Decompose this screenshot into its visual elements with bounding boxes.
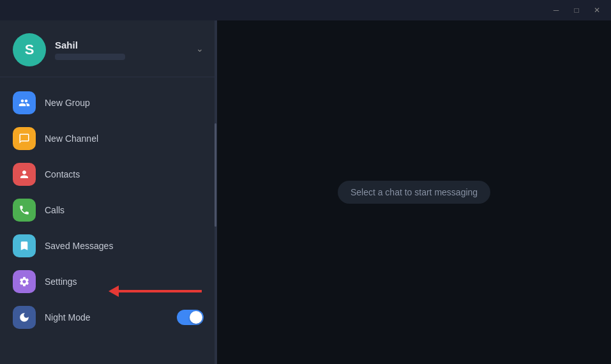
night-mode-toggle[interactable] bbox=[177, 310, 204, 325]
arrow-head bbox=[109, 285, 119, 297]
sidebar-item-night-mode[interactable]: Night Mode bbox=[0, 300, 216, 335]
close-button[interactable]: ✕ bbox=[588, 3, 606, 17]
app-container: S Sahil ⌄ New Group bbox=[0, 20, 611, 364]
saved-messages-label: Saved Messages bbox=[45, 241, 204, 251]
user-info: Sahil bbox=[55, 40, 204, 60]
user-profile[interactable]: S Sahil ⌄ bbox=[0, 20, 216, 77]
calls-label: Calls bbox=[45, 205, 204, 215]
menu-list: New Group New Channel Contacts bbox=[0, 82, 216, 364]
sidebar: S Sahil ⌄ New Group bbox=[0, 20, 217, 364]
chevron-down-icon[interactable]: ⌄ bbox=[196, 43, 204, 54]
avatar: S bbox=[13, 33, 46, 66]
new-group-label: New Group bbox=[45, 98, 204, 108]
calls-icon bbox=[13, 199, 36, 222]
placeholder-message: Select a chat to start messaging bbox=[338, 181, 490, 204]
sidebar-item-new-channel[interactable]: New Channel bbox=[0, 121, 216, 156]
user-name: Sahil bbox=[55, 40, 204, 50]
sidebar-scrollbar[interactable] bbox=[215, 20, 216, 364]
sidebar-item-new-group[interactable]: New Group bbox=[0, 85, 216, 121]
sidebar-item-contacts[interactable]: Contacts bbox=[0, 156, 216, 192]
saved-messages-icon bbox=[13, 234, 36, 257]
new-group-icon bbox=[13, 91, 36, 114]
contacts-icon bbox=[13, 163, 36, 186]
user-status bbox=[55, 54, 125, 60]
maximize-button[interactable]: □ bbox=[568, 3, 585, 17]
night-mode-icon bbox=[13, 306, 36, 329]
arrow-indicator bbox=[109, 285, 202, 297]
minimize-button[interactable]: ─ bbox=[547, 3, 565, 17]
titlebar: ─ □ ✕ bbox=[0, 0, 611, 20]
new-channel-icon bbox=[13, 127, 36, 150]
sidebar-item-saved-messages[interactable]: Saved Messages bbox=[0, 228, 216, 264]
contacts-label: Contacts bbox=[45, 169, 204, 179]
divider bbox=[0, 77, 216, 77]
arrow-shaft bbox=[119, 290, 202, 292]
main-content: Select a chat to start messaging bbox=[217, 20, 611, 364]
night-mode-label: Night Mode bbox=[45, 312, 168, 322]
settings-icon bbox=[13, 270, 36, 293]
toggle-knob bbox=[190, 311, 202, 324]
new-channel-label: New Channel bbox=[45, 133, 204, 144]
sidebar-scrollbar-thumb bbox=[215, 123, 216, 226]
sidebar-item-calls[interactable]: Calls bbox=[0, 192, 216, 228]
